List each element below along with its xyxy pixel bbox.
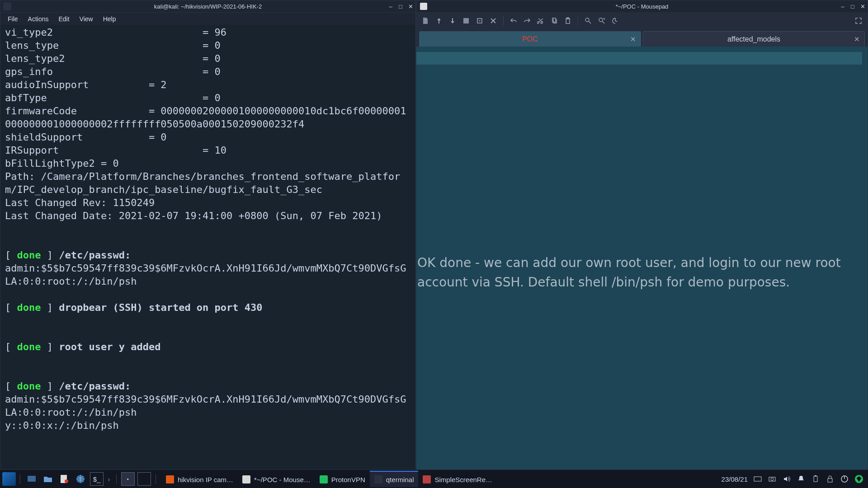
workspace-1[interactable]: ▪ (120, 471, 136, 487)
maximize-button[interactable]: □ (848, 1, 858, 12)
close-button[interactable]: ✕ (858, 1, 868, 12)
taskbar-date[interactable]: 23/08/21 (722, 475, 748, 483)
mousepad-toolbar (416, 12, 868, 29)
taskbar-separator (20, 474, 20, 484)
taskbar-apps: hikvision IP cam…*~/POC - Mouse…ProtonVP… (161, 470, 717, 488)
fullscreen-icon[interactable] (853, 15, 864, 26)
menu-file[interactable]: File (3, 14, 23, 24)
paste-icon[interactable] (562, 15, 573, 26)
start-menu-button[interactable] (1, 471, 17, 487)
tab-affected_models[interactable]: affected_models✕ (643, 31, 865, 47)
copy-icon[interactable] (549, 15, 560, 26)
power-icon[interactable] (840, 474, 849, 483)
toolbar-separator (578, 16, 578, 26)
save-as-icon[interactable] (461, 15, 472, 26)
goto-icon[interactable] (610, 15, 621, 26)
svg-rect-9 (814, 476, 817, 482)
tab-poc[interactable]: POC✕ (419, 31, 641, 47)
svg-rect-6 (754, 477, 761, 481)
svg-point-8 (771, 478, 774, 481)
open-file-icon[interactable] (434, 15, 444, 26)
taskbar-separator (116, 474, 117, 484)
svg-point-0 (585, 18, 589, 22)
redo-icon[interactable] (522, 15, 533, 26)
mousepad-editor[interactable]: OK done - we can add our own root user, … (416, 47, 868, 469)
taskbar-app[interactable]: qterminal (370, 471, 419, 487)
volume-icon[interactable] (782, 474, 791, 483)
mousepad-titlebar[interactable]: *~/POC - Mousepad – □ ✕ (416, 0, 868, 12)
search-replace-icon[interactable] (596, 15, 607, 26)
reload-icon[interactable] (474, 15, 485, 26)
terminal-window: kali@kali: ~/hikvision/WIP-2021-06-HIK-2… (0, 0, 416, 470)
save-file-icon[interactable] (447, 15, 458, 26)
maximize-button[interactable]: □ (396, 1, 406, 12)
notifications-icon[interactable] (797, 474, 806, 483)
terminal-output[interactable]: vi_type2 = 96 lens_type = 0 lens_type2 =… (0, 25, 415, 469)
system-tray: 23/08/21 (717, 474, 868, 483)
close-file-icon[interactable] (488, 15, 499, 26)
files-icon[interactable] (40, 471, 56, 487)
terminal-titlebar[interactable]: kali@kali: ~/hikvision/WIP-2021-06-HIK-2… (0, 0, 415, 12)
tab-close-icon[interactable]: ✕ (630, 35, 636, 43)
menu-view[interactable]: View (75, 14, 98, 24)
terminal-launcher-icon[interactable]: $_ (89, 471, 104, 487)
battery-icon[interactable] (811, 474, 820, 483)
more-launchers-icon[interactable]: › (105, 471, 113, 487)
camera-icon[interactable] (768, 474, 777, 483)
mousepad-tabs: POC✕affected_models✕ (416, 29, 868, 47)
menu-help[interactable]: Help (99, 14, 121, 24)
svg-rect-2 (28, 476, 36, 482)
taskbar-app[interactable]: ProtonVPN (315, 471, 370, 487)
tab-close-icon[interactable]: ✕ (854, 35, 860, 43)
keyboard-icon[interactable] (753, 474, 762, 483)
editor-content: OK done - we can add our own root user, … (416, 248, 862, 292)
mousepad-title: *~/POC - Mousepad (416, 3, 868, 10)
taskbar-separator (156, 474, 156, 484)
minimize-button[interactable]: – (838, 1, 848, 12)
taskbar-app[interactable]: *~/POC - Mouse… (238, 471, 315, 487)
show-desktop-icon[interactable] (24, 471, 39, 487)
svg-rect-11 (828, 479, 832, 482)
new-file-icon[interactable] (420, 15, 431, 26)
menu-actions[interactable]: Actions (24, 14, 53, 24)
minimize-button[interactable]: – (386, 1, 396, 12)
taskbar-app[interactable]: SimpleScreenRe… (418, 471, 497, 487)
close-button[interactable]: ✕ (406, 1, 415, 12)
svg-point-1 (599, 18, 603, 22)
mousepad-window: *~/POC - Mousepad – □ ✕ POC✕affected_mod… (416, 0, 868, 470)
svg-rect-10 (815, 475, 816, 476)
browser-icon[interactable] (73, 471, 88, 487)
menu-edit[interactable]: Edit (54, 14, 74, 24)
svg-point-4 (65, 479, 68, 483)
kali-logo-icon (2, 472, 16, 486)
workspace-2[interactable] (137, 471, 152, 487)
undo-icon[interactable] (508, 15, 519, 26)
editor-first-line-highlight (416, 52, 862, 65)
lock-icon[interactable] (826, 474, 835, 483)
vpn-running-icon[interactable] (854, 474, 863, 483)
taskbar-app[interactable]: hikvision IP cam… (161, 471, 238, 487)
taskbar: $_ › ▪ hikvision IP cam…*~/POC - Mouse…P… (0, 470, 868, 488)
search-icon[interactable] (583, 15, 594, 26)
terminal-title: kali@kali: ~/hikvision/WIP-2021-06-HIK-2 (0, 3, 415, 10)
terminal-menubar: FileActionsEditViewHelp (0, 12, 415, 25)
cut-icon[interactable] (535, 15, 546, 26)
toolbar-separator (503, 16, 504, 26)
text-editor-icon[interactable] (57, 471, 72, 487)
